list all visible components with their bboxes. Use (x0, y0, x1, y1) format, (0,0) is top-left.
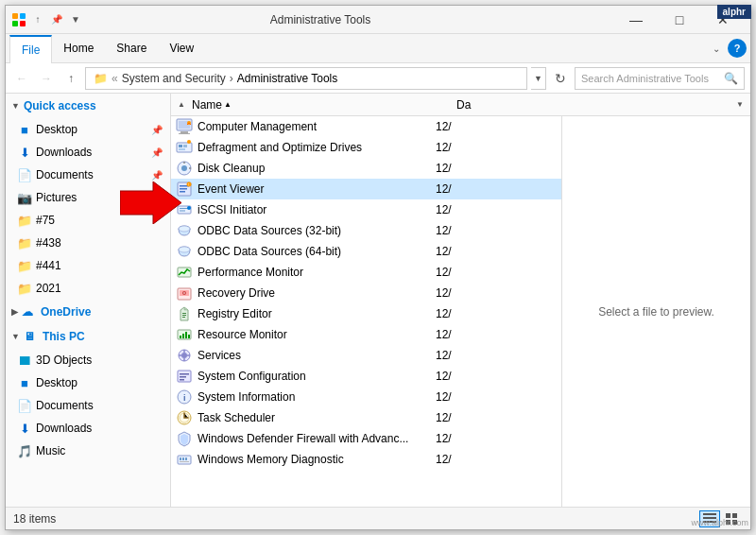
tab-view[interactable]: View (158, 34, 205, 62)
path-system-security[interactable]: System and Security (122, 72, 226, 85)
sidebar-item-pc-desktop[interactable]: ■ Desktop (9, 371, 170, 394)
file-date-0: 12/ (436, 120, 558, 133)
file-icon-7 (175, 263, 194, 282)
tab-share[interactable]: Share (105, 34, 158, 62)
file-item-event-viewer[interactable]: ! Event Viewer 12/ (171, 179, 561, 199)
pc-desktop-icon: ■ (17, 375, 32, 390)
sidebar-item-documents[interactable]: 📄 Documents 📌 (9, 164, 170, 186)
sidebar-downloads-label: Downloads (36, 146, 92, 159)
file-date-13: 12/ (436, 390, 558, 404)
file-icon-0 (175, 117, 194, 136)
sidebar-header-quick-access[interactable]: ▼ Quick access (6, 94, 170, 118)
file-icon-10 (175, 325, 194, 344)
status-bar: 18 items (6, 507, 750, 529)
svg-point-46 (181, 353, 187, 358)
file-icon-3: ! (175, 180, 194, 198)
sidebar-header-onedrive[interactable]: ▶ ☁ OneDrive (6, 300, 170, 324)
maximize-button[interactable]: □ (658, 6, 701, 34)
file-name-14: Task Scheduler (198, 411, 432, 424)
file-item-registry-editor[interactable]: Registry Editor 12/ (171, 303, 561, 324)
file-item-computer-management[interactable]: Computer Management 12/ (171, 116, 561, 137)
downloads-icon: ⬇ (17, 145, 32, 160)
file-item-perf-monitor[interactable]: Performance Monitor 12/ (171, 262, 561, 283)
file-icon-11 (175, 346, 194, 365)
sidebar-item-441[interactable]: 📁 #441 (9, 254, 170, 277)
expand-icon-this-pc: ▼ (11, 332, 20, 341)
file-icon-14 (175, 408, 194, 427)
file-name-15: Windows Defender Firewall with Advanc... (198, 432, 432, 445)
onedrive-icon: ☁ (22, 305, 33, 319)
col-header-date[interactable]: Da (453, 98, 733, 112)
folder-icon: 📁 (94, 72, 108, 85)
sidebar-pc-desktop-label: Desktop (36, 376, 77, 389)
svg-rect-43 (185, 332, 187, 338)
svg-rect-59 (180, 461, 189, 462)
tab-home[interactable]: Home (52, 34, 105, 62)
search-box[interactable]: Search Administrative Tools 🔍 (575, 67, 745, 90)
svg-rect-12 (179, 145, 182, 147)
file-icon-5 (175, 221, 194, 240)
sidebar-item-downloads[interactable]: ⬇ Downloads 📌 (9, 141, 170, 164)
file-item-resource-monitor[interactable]: Resource Monitor 12/ (171, 324, 561, 345)
file-name-5: ODBC Data Sources (32-bit) (198, 224, 432, 237)
path-admin-tools[interactable]: Administrative Tools (237, 72, 338, 85)
file-item-odbc32[interactable]: ODBC Data Sources (32-bit) 12/ (171, 220, 561, 241)
file-date-3: 12/ (436, 182, 558, 196)
quick-access-label: Quick access (24, 99, 96, 112)
file-date-11: 12/ (436, 349, 558, 362)
sidebar-item-75[interactable]: 📁 #75 (9, 209, 170, 232)
svg-rect-8 (180, 131, 188, 133)
file-item-disk-cleanup[interactable]: Disk Cleanup 12/ (171, 158, 561, 179)
refresh-button[interactable]: ↻ (550, 68, 571, 89)
expand-icon: ▼ (11, 101, 20, 111)
path-arrow: › (230, 72, 233, 85)
minimize-button[interactable]: — (614, 6, 658, 34)
sidebar-2021-label: 2021 (36, 282, 61, 295)
sidebar-75-label: #75 (36, 214, 55, 227)
file-item-firewall[interactable]: Windows Defender Firewall with Advanc...… (171, 428, 561, 449)
ribbon-collapse-icon[interactable]: ⌄ (709, 40, 724, 58)
col-header-name[interactable]: Name ▲ (188, 98, 453, 112)
tab-file[interactable]: File (9, 35, 52, 63)
file-icon-15 (175, 429, 194, 448)
file-date-16: 12/ (436, 453, 558, 466)
file-date-9: 12/ (436, 307, 558, 320)
help-button[interactable]: ? (728, 39, 747, 58)
file-item-iscsi[interactable]: iSCSI Initiator 12/ (171, 199, 561, 220)
file-item-memory-diagnostic[interactable]: Windows Memory Diagnostic 12/ (171, 449, 561, 470)
file-area: ▲ Name ▲ Da ▼ Compu (171, 94, 750, 507)
svg-rect-42 (182, 334, 184, 338)
up-button[interactable]: ↑ (60, 68, 81, 89)
file-item-system-config[interactable]: System Configuration 12/ (171, 366, 561, 387)
desktop-icon: ■ (17, 122, 32, 137)
file-icon-9 (175, 304, 194, 323)
svg-text:i: i (183, 393, 186, 403)
file-item-recovery-drive[interactable]: Recovery Drive 12/ (171, 283, 561, 303)
address-dropdown[interactable]: ▼ (531, 67, 546, 90)
file-item-services[interactable]: Services 12/ (171, 345, 561, 366)
sidebar-item-pc-documents[interactable]: 📄 Documents (9, 394, 170, 417)
file-name-8: Recovery Drive (198, 286, 432, 300)
forward-button[interactable]: → (36, 68, 57, 89)
sidebar-header-this-pc[interactable]: ▼ 🖥 This PC (6, 324, 170, 349)
svg-rect-2 (12, 13, 18, 19)
sidebar-item-desktop[interactable]: ■ Desktop 📌 (9, 118, 170, 141)
sidebar-item-2021[interactable]: 📁 2021 (9, 277, 170, 300)
file-item-odbc64[interactable]: ODBC Data Sources (64-bit) 12/ (171, 241, 561, 262)
file-name-9: Registry Editor (198, 307, 432, 320)
main-content: ▼ Quick access ■ Desktop 📌 ⬇ Downloads 📌… (6, 94, 750, 507)
address-path[interactable]: 📁 « System and Security › Administrative… (85, 67, 527, 90)
sidebar-item-3dobjects[interactable]: ⯀ 3D Objects (9, 349, 170, 371)
back-button[interactable]: ← (11, 68, 32, 89)
file-item-system-info[interactable]: i System Information 12/ (171, 387, 561, 407)
sidebar-item-pc-music[interactable]: 🎵 Music (9, 440, 170, 462)
onedrive-label: OneDrive (41, 305, 91, 319)
sidebar-item-pc-downloads[interactable]: ⬇ Downloads (9, 417, 170, 440)
file-item-task-scheduler[interactable]: Task Scheduler 12/ (171, 407, 561, 428)
sidebar: ▼ Quick access ■ Desktop 📌 ⬇ Downloads 📌… (6, 94, 171, 507)
file-item-defrag[interactable]: Defragment and Optimize Drives 12/ (171, 137, 561, 158)
sidebar-item-pictures[interactable]: 📷 Pictures 📌 (9, 186, 170, 209)
3dobjects-icon: ⯀ (17, 353, 32, 368)
sidebar-item-438[interactable]: 📁 #438 (9, 232, 170, 254)
svg-rect-39 (182, 317, 185, 318)
